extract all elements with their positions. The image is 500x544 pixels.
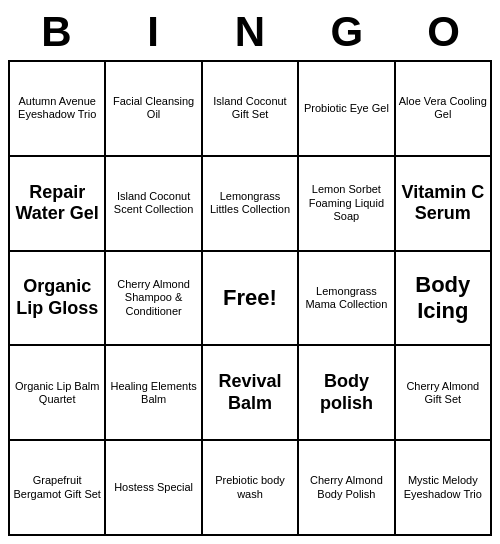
bingo-cell: Body polish bbox=[299, 346, 395, 441]
letter-o: O bbox=[401, 8, 487, 56]
bingo-cell: Vitamin C Serum bbox=[396, 157, 492, 252]
bingo-cell: Prebiotic body wash bbox=[203, 441, 299, 536]
bingo-cell: Lemongrass Mama Collection bbox=[299, 252, 395, 347]
bingo-cell: Hostess Special bbox=[106, 441, 202, 536]
bingo-cell: Lemon Sorbet Foaming Liquid Soap bbox=[299, 157, 395, 252]
bingo-grid: Autumn Avenue Eyeshadow TrioFacial Clean… bbox=[8, 60, 492, 536]
letter-g: G bbox=[304, 8, 390, 56]
letter-b: B bbox=[13, 8, 99, 56]
bingo-cell: Mystic Melody Eyeshadow Trio bbox=[396, 441, 492, 536]
bingo-cell: Revival Balm bbox=[203, 346, 299, 441]
bingo-cell: Lemongrass Littles Collection bbox=[203, 157, 299, 252]
bingo-cell: Cherry Almond Gift Set bbox=[396, 346, 492, 441]
bingo-cell: Healing Elements Balm bbox=[106, 346, 202, 441]
bingo-cell: Organic Lip Gloss bbox=[10, 252, 106, 347]
bingo-cell: Probiotic Eye Gel bbox=[299, 62, 395, 157]
bingo-cell: Organic Lip Balm Quartet bbox=[10, 346, 106, 441]
bingo-cell: Grapefruit Bergamot Gift Set bbox=[10, 441, 106, 536]
bingo-cell: Cherry Almond Body Polish bbox=[299, 441, 395, 536]
bingo-cell: Repair Water Gel bbox=[10, 157, 106, 252]
bingo-title-row: B I N G O bbox=[8, 8, 492, 56]
bingo-cell: Body Icing bbox=[396, 252, 492, 347]
bingo-cell: Cherry Almond Shampoo & Conditioner bbox=[106, 252, 202, 347]
letter-i: I bbox=[110, 8, 196, 56]
bingo-cell: Autumn Avenue Eyeshadow Trio bbox=[10, 62, 106, 157]
letter-n: N bbox=[207, 8, 293, 56]
bingo-cell: Facial Cleansing Oil bbox=[106, 62, 202, 157]
bingo-cell: Aloe Vera Cooling Gel bbox=[396, 62, 492, 157]
bingo-cell: Island Coconut Gift Set bbox=[203, 62, 299, 157]
bingo-cell: Free! bbox=[203, 252, 299, 347]
bingo-cell: Island Coconut Scent Collection bbox=[106, 157, 202, 252]
